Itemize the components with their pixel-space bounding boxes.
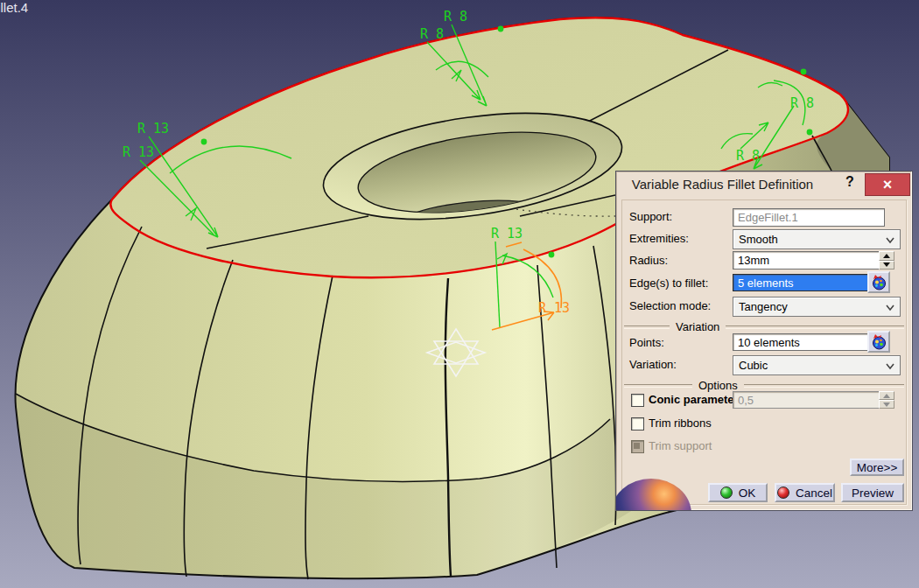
dialog-title: Variable Radius Fillet Definition bbox=[616, 177, 829, 192]
multiselect-icon bbox=[870, 333, 887, 351]
extremities-label: Extremities: bbox=[629, 232, 689, 245]
variation-label: Variation: bbox=[629, 358, 677, 371]
application-window: R 8 R 8 R 13 R 13 R 8 R 8 R 13 R 13 fill… bbox=[0, 0, 919, 588]
variation-value: Cubic bbox=[739, 359, 768, 372]
radius-label[interactable]: R 8 bbox=[790, 95, 814, 111]
selection-mode-value: Tangency bbox=[739, 300, 788, 313]
spin-down-button bbox=[879, 400, 894, 409]
radius-label[interactable]: R 8 bbox=[736, 148, 760, 164]
more-button[interactable]: More>> bbox=[850, 458, 904, 476]
conic-parameter-checkbox[interactable] bbox=[631, 394, 644, 407]
close-icon: × bbox=[883, 177, 893, 192]
points-field[interactable]: 10 elements bbox=[733, 333, 869, 351]
options-section-label: Options bbox=[698, 379, 738, 392]
more-button-label: More>> bbox=[857, 461, 898, 474]
chevron-down-icon bbox=[885, 235, 895, 244]
conic-parameter-field: 0,5 bbox=[733, 391, 881, 409]
variation-separator: Variation bbox=[624, 320, 904, 333]
variation-section-label: Variation bbox=[676, 320, 719, 333]
spin-up-button bbox=[879, 391, 894, 400]
points-multiselect-button[interactable] bbox=[867, 331, 890, 353]
radius-label[interactable]: R 8 bbox=[420, 26, 444, 42]
ok-button-label: OK bbox=[739, 486, 756, 500]
trim-ribbons-label: Trim ribbons bbox=[649, 416, 712, 430]
conic-spinner bbox=[879, 391, 894, 409]
close-button[interactable]: × bbox=[865, 173, 910, 196]
chevron-down-icon bbox=[885, 361, 895, 370]
cancel-button-label: Cancel bbox=[796, 486, 832, 500]
extremities-value: Smooth bbox=[739, 233, 778, 246]
ok-button[interactable]: OK bbox=[708, 483, 768, 502]
trim-support-label: Trim support bbox=[649, 439, 712, 452]
trim-support-checkbox bbox=[631, 440, 644, 453]
radius-label-text: Radius: bbox=[629, 254, 668, 267]
radius-field[interactable]: 13mm bbox=[733, 251, 881, 270]
edges-to-fillet-field[interactable]: 5 elements bbox=[733, 274, 869, 291]
spin-up-button[interactable] bbox=[879, 251, 894, 261]
edges-multiselect-button[interactable] bbox=[867, 271, 890, 293]
cancel-button[interactable]: Cancel bbox=[775, 483, 835, 502]
spin-down-button[interactable] bbox=[879, 261, 894, 270]
variable-radius-fillet-dialog: Variable Radius Fillet Definition ? × Su… bbox=[615, 171, 913, 511]
help-button[interactable]: ? bbox=[842, 174, 858, 193]
radius-label[interactable]: R 8 bbox=[444, 9, 467, 24]
trim-ribbons-checkbox[interactable] bbox=[631, 417, 644, 430]
points-label: Points: bbox=[629, 336, 664, 349]
radius-label-selected[interactable]: R 13 bbox=[538, 300, 570, 316]
edges-to-fillet-label: Edge(s) to fillet: bbox=[629, 276, 708, 290]
support-label: Support: bbox=[629, 210, 672, 223]
variation-select[interactable]: Cubic bbox=[733, 355, 901, 375]
radius-label[interactable]: R 13 bbox=[137, 121, 169, 136]
radius-spinner[interactable] bbox=[879, 251, 894, 270]
preview-button[interactable]: Preview bbox=[841, 483, 904, 502]
conic-parameter-label: Conic parameter: bbox=[649, 393, 742, 406]
preview-button-label: Preview bbox=[852, 486, 894, 500]
cancel-status-icon bbox=[777, 486, 789, 499]
radius-label[interactable]: R 13 bbox=[123, 144, 154, 160]
support-field[interactable]: EdgeFillet.1 bbox=[733, 208, 885, 227]
extremities-select[interactable]: Smooth bbox=[733, 229, 901, 249]
radius-label[interactable]: R 13 bbox=[491, 226, 523, 242]
options-separator: Options bbox=[624, 379, 904, 392]
feature-name-label[interactable]: fillet.4 bbox=[0, 0, 28, 15]
selection-mode-label: Selection mode: bbox=[629, 299, 711, 312]
selection-mode-select[interactable]: Tangency bbox=[733, 297, 901, 317]
ok-status-icon bbox=[720, 486, 733, 499]
multiselect-icon bbox=[870, 274, 887, 291]
chevron-down-icon bbox=[885, 303, 895, 312]
